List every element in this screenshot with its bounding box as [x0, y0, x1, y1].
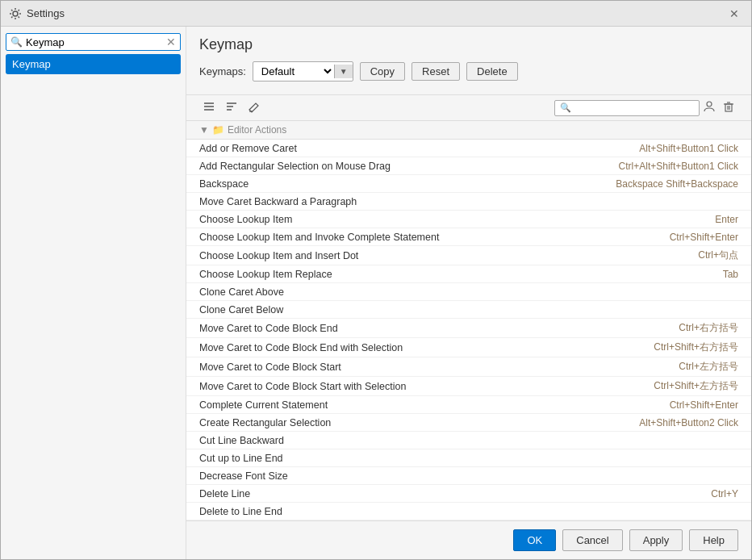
list-item-name: Choose Lookup Item and Insert Dot [199, 250, 698, 261]
panel-title: Keymap [199, 36, 738, 53]
filter-search-icon: 🔍 [560, 102, 571, 113]
list-item-name: Create Rectangular Selection [199, 417, 639, 428]
list-item[interactable]: Add or Remove CaretAlt+Shift+Button1 Cli… [186, 140, 751, 157]
reset-button[interactable]: Reset [412, 62, 460, 81]
keymaps-row: Keymaps: Default ▼ Copy Reset Delete [199, 61, 738, 81]
list-item-shortcut: Backspace Shift+Backspace [616, 178, 738, 190]
list-item[interactable]: Complete Current StatementCtrl+Shift+Ent… [186, 396, 751, 414]
svg-rect-9 [725, 104, 732, 111]
list-item[interactable]: Move Caret Backward a Paragraph [186, 193, 751, 211]
expand-all-button[interactable] [199, 98, 219, 117]
search-clear-icon[interactable]: ✕ [166, 36, 176, 48]
list-item-shortcut: Ctrl+Shift+左方括号 [654, 379, 738, 393]
list-item-name: Add Rectangular Selection on Mouse Drag [199, 161, 619, 172]
list-item[interactable]: Clone Caret Above [186, 283, 751, 301]
ok-button[interactable]: OK [513, 529, 556, 551]
list-item[interactable]: Move Caret to Code Block EndCtrl+右方括号 [186, 319, 751, 338]
dialog-title: Settings [27, 7, 65, 19]
list-item-name: Cut up to Line End [199, 453, 738, 464]
collapse-all-icon [225, 100, 238, 113]
apply-button[interactable]: Apply [629, 529, 683, 551]
list-item-shortcut: Ctrl+Y [711, 488, 738, 499]
list-item-name: Complete Current Statement [199, 399, 670, 411]
list-item[interactable]: Choose Lookup Item ReplaceTab [186, 265, 751, 283]
actions-list: Add or Remove CaretAlt+Shift+Button1 Cli… [186, 140, 751, 520]
list-item[interactable]: Cut up to Line End [186, 449, 751, 467]
filter-search-box: 🔍 [554, 100, 700, 116]
list-item-shortcut: Ctrl+Shift+右方括号 [654, 341, 738, 354]
trash-icon-btn[interactable] [719, 98, 738, 117]
delete-button[interactable]: Delete [466, 62, 518, 81]
keymaps-select[interactable]: Default [253, 62, 334, 81]
bottom-bar: OK Cancel Apply Help [186, 520, 751, 559]
settings-app-icon [9, 7, 22, 20]
svg-point-0 [13, 11, 18, 16]
list-item-name: Clone Caret Below [199, 304, 738, 316]
list-item-name: Choose Lookup Item [199, 214, 715, 225]
keymaps-label: Keymaps: [199, 65, 246, 77]
list-item-name: Clone Caret Above [199, 286, 738, 298]
list-item[interactable]: Decrease Font Size [186, 467, 751, 485]
list-item[interactable]: Choose Lookup ItemEnter [186, 211, 751, 228]
action-toolbar: 🔍 [186, 94, 751, 121]
list-item[interactable]: BackspaceBackspace Shift+Backspace [186, 175, 751, 193]
user-icon-btn[interactable] [700, 98, 719, 117]
list-item-shortcut: Ctrl+左方括号 [679, 360, 738, 374]
folder-icon: 📁 [212, 124, 224, 136]
sidebar-search-input[interactable] [26, 36, 163, 48]
list-item-name: Choose Lookup Item Replace [199, 269, 723, 280]
list-item[interactable]: Clone Caret Below [186, 301, 751, 319]
edit-button[interactable] [244, 98, 264, 117]
list-item[interactable]: Choose Lookup Item and Invoke Complete S… [186, 228, 751, 246]
sidebar-item-keymap-label: Keymap [12, 58, 51, 70]
list-item-name: Delete to Line End [199, 506, 738, 517]
search-icon: 🔍 [10, 36, 23, 48]
expand-all-icon [203, 100, 215, 113]
list-item[interactable]: Add Rectangular Selection on Mouse DragC… [186, 157, 751, 175]
list-item[interactable]: Cut Line Backward [186, 432, 751, 449]
folder-arrow-icon: ▼ [199, 124, 209, 136]
list-item-shortcut: Ctrl+Shift+Enter [670, 399, 738, 411]
editor-actions-label: Editor Actions [228, 124, 286, 136]
list-item-name: Move Caret Backward a Paragraph [199, 196, 738, 207]
list-item-name: Move Caret to Code Block Start with Sele… [199, 381, 654, 392]
filter-search-wrapper: 🔍 [267, 98, 738, 117]
title-bar: Settings ✕ [1, 1, 751, 27]
list-item-shortcut: Ctrl+句点 [698, 249, 738, 262]
list-item-name: Delete Line [199, 488, 711, 499]
actions-list-header: ▼ 📁 Editor Actions [186, 121, 751, 140]
list-item-shortcut: Ctrl+右方括号 [679, 321, 738, 335]
list-item-shortcut: Enter [715, 214, 738, 225]
settings-dialog: Settings ✕ 🔍 ✕ Keymap Keymap Keymaps: [0, 0, 752, 560]
list-item-shortcut: Ctrl+Alt+Shift+Button1 Click [619, 161, 738, 172]
list-item[interactable]: Move Caret to Code Block End with Select… [186, 338, 751, 357]
list-item-name: Decrease Font Size [199, 470, 738, 482]
copy-button[interactable]: Copy [360, 62, 405, 81]
list-item-name: Move Caret to Code Block Start [199, 361, 679, 373]
list-item-name: Add or Remove Caret [199, 143, 639, 154]
right-panel: Keymap Keymaps: Default ▼ Copy Reset Del… [186, 27, 751, 559]
filter-search-input[interactable] [574, 102, 696, 114]
list-item-shortcut: Alt+Shift+Button1 Click [639, 143, 738, 154]
list-item-shortcut: Ctrl+Shift+Enter [670, 232, 738, 243]
list-item[interactable]: Choose Lookup Item and Insert DotCtrl+句点 [186, 246, 751, 265]
help-button[interactable]: Help [689, 529, 738, 551]
list-item[interactable]: Move Caret to Code Block Start with Sele… [186, 377, 751, 396]
collapse-all-button[interactable] [222, 98, 241, 117]
cancel-button[interactable]: Cancel [562, 529, 622, 551]
list-item-name: Choose Lookup Item and Invoke Complete S… [199, 232, 670, 243]
list-item-shortcut: Alt+Shift+Button2 Click [639, 417, 738, 428]
search-box: 🔍 ✕ [6, 33, 181, 51]
list-item[interactable]: Delete LineCtrl+Y [186, 485, 751, 503]
list-item[interactable]: Create Rectangular SelectionAlt+Shift+Bu… [186, 414, 751, 432]
list-item[interactable]: Move Caret to Code Block StartCtrl+左方括号 [186, 357, 751, 377]
title-bar-left: Settings [9, 7, 65, 20]
panel-header: Keymap Keymaps: Default ▼ Copy Reset Del… [186, 27, 751, 94]
list-item[interactable]: Delete to Line End [186, 503, 751, 520]
close-button[interactable]: ✕ [725, 6, 743, 22]
sidebar: 🔍 ✕ Keymap [1, 27, 186, 559]
edit-icon [248, 100, 261, 113]
keymaps-dropdown-icon[interactable]: ▼ [334, 65, 353, 78]
sidebar-item-keymap[interactable]: Keymap [6, 54, 181, 74]
keymaps-select-wrapper: Default ▼ [253, 61, 353, 81]
